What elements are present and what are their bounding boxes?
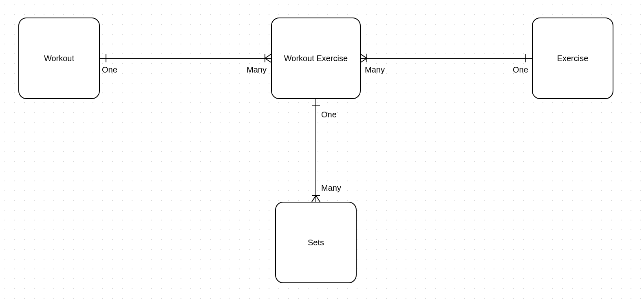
svg-line-2 <box>265 54 271 58</box>
edge-workout-to-workoutexercise <box>100 54 271 62</box>
svg-line-3 <box>265 58 271 62</box>
svg-line-6 <box>361 54 367 58</box>
label-exercise-one: One <box>513 65 528 75</box>
svg-line-13 <box>316 196 320 202</box>
entity-workout-exercise-label: Workout Exercise <box>284 54 348 63</box>
entity-exercise-label: Exercise <box>557 54 589 63</box>
diagram-canvas[interactable]: Workout Workout Exercise Exercise Sets O… <box>0 0 644 304</box>
edge-workoutexercise-to-exercise <box>361 54 532 62</box>
entity-exercise[interactable]: Exercise <box>532 18 613 99</box>
label-workout-one: One <box>102 65 117 75</box>
entity-workout[interactable]: Workout <box>18 18 100 99</box>
label-sets-many: Many <box>321 183 341 193</box>
svg-line-7 <box>361 58 367 62</box>
entity-sets[interactable]: Sets <box>275 202 357 283</box>
label-we-bottom-one: One <box>321 110 337 119</box>
label-we-right-many: Many <box>365 65 385 75</box>
entity-workout-label: Workout <box>44 54 74 63</box>
svg-line-12 <box>312 196 316 202</box>
entity-sets-label: Sets <box>308 238 324 247</box>
label-we-left-many: Many <box>247 65 267 75</box>
entity-workout-exercise[interactable]: Workout Exercise <box>271 18 361 99</box>
edge-workoutexercise-to-sets <box>312 99 320 202</box>
